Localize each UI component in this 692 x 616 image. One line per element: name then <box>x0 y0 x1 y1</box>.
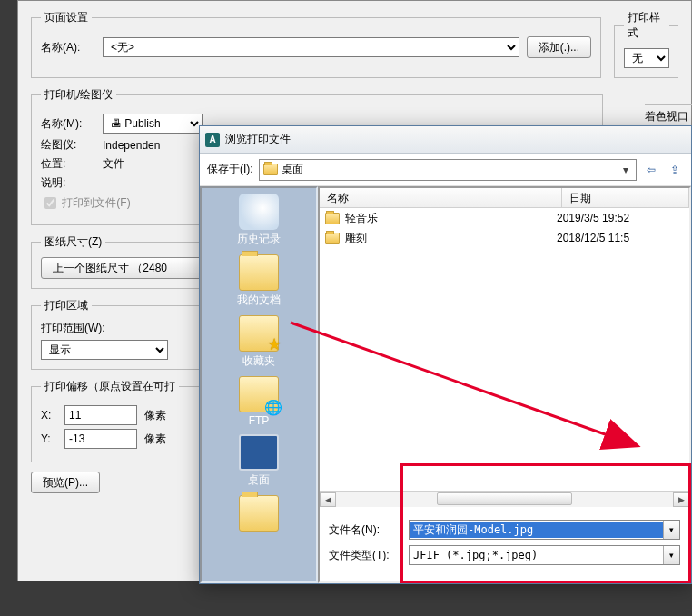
print-range-select[interactable]: 显示 <box>41 340 168 360</box>
savein-bar: 保存于(I): 桌面 ▾ ⇦ ⇪ <box>200 154 691 186</box>
desktop-icon <box>239 434 279 471</box>
ftp-icon <box>239 376 279 412</box>
bottom-fields: 文件名(N): 平安和润园-Model.jpg ▾ 文件类型(T): JFIF … <box>320 507 689 581</box>
savein-value: 桌面 <box>282 162 616 177</box>
filetype-combo[interactable]: JFIF (*.jpg;*.jpeg) ▾ <box>409 545 680 565</box>
chevron-down-icon[interactable]: ▾ <box>663 521 679 539</box>
horizontal-scrollbar[interactable]: ◀ ▶ <box>320 491 689 507</box>
printer-name-label: 名称(M): <box>41 116 95 132</box>
folder-icon <box>325 213 340 224</box>
printer-legend: 打印机/绘图仪 <box>41 87 116 103</box>
print-style-group: 打印样式 无 <box>614 10 678 78</box>
app-icon: A <box>205 133 220 147</box>
places-bar: 历史记录 我的文档 收藏夹 FTP 桌面 <box>200 186 318 583</box>
folder-icon <box>325 233 340 244</box>
plotter-label: 绘图仪: <box>41 137 95 153</box>
savein-combo[interactable]: 桌面 ▾ <box>259 159 637 181</box>
place-favorites[interactable]: 收藏夹 <box>202 315 316 369</box>
x-input[interactable] <box>64 405 137 425</box>
y-unit: 像素 <box>144 432 166 447</box>
place-ftp[interactable]: FTP <box>202 376 316 427</box>
place-extra[interactable] <box>202 495 316 533</box>
desc-label: 说明: <box>41 175 95 191</box>
dialog-title: 浏览打印文件 <box>225 132 291 147</box>
print-offset-legend: 打印偏移（原点设置在可打 <box>41 379 179 394</box>
filename-combo[interactable]: 平安和润园-Model.jpg ▾ <box>409 520 680 540</box>
y-label: Y: <box>41 432 57 445</box>
plotter-value: Independen <box>103 139 160 152</box>
print-style-legend: 打印样式 <box>624 10 669 41</box>
titlebar[interactable]: A 浏览打印文件 <box>200 126 691 154</box>
place-history[interactable]: 历史记录 <box>202 194 316 247</box>
y-input[interactable] <box>64 429 137 449</box>
savein-label: 保存于(I): <box>207 162 253 177</box>
print-style-select[interactable]: 无 <box>624 48 669 68</box>
location-value: 文件 <box>103 156 124 172</box>
file-header[interactable]: 名称 日期 <box>320 188 689 208</box>
paper-size-button[interactable]: 上一个图纸尺寸 （2480 <box>41 257 204 279</box>
filetype-label: 文件类型(T): <box>329 548 401 563</box>
print-offset-group: 打印偏移（原点设置在可打 X: 像素 Y: 像素 <box>31 379 203 462</box>
x-unit: 像素 <box>144 408 166 423</box>
filename-value[interactable]: 平安和润园-Model.jpg <box>410 522 663 538</box>
add-button[interactable]: 添加(.)... <box>527 36 591 58</box>
print-to-file-input[interactable] <box>44 197 56 209</box>
print-area-group: 打印区域 打印范围(W): 显示 <box>31 298 203 370</box>
print-area-legend: 打印区域 <box>41 298 92 313</box>
list-item[interactable]: 轻音乐 2019/3/5 19:52 <box>320 208 689 228</box>
folder-icon <box>263 164 278 175</box>
history-icon <box>239 194 279 230</box>
chevron-down-icon[interactable]: ▾ <box>663 546 679 564</box>
page-setup-group: 页面设置 名称(A): <无> 添加(.)... <box>31 10 601 78</box>
preview-button[interactable]: 预览(P)... <box>31 472 100 493</box>
col-name[interactable]: 名称 <box>320 188 562 207</box>
page-name-label: 名称(A): <box>41 40 95 55</box>
place-desktop[interactable]: 桌面 <box>202 434 316 488</box>
paper-legend: 图纸尺寸(Z) <box>41 234 105 250</box>
filetype-value: JFIF (*.jpg;*.jpeg) <box>410 549 663 561</box>
page-name-select[interactable]: <无> <box>103 37 519 57</box>
location-label: 位置: <box>41 156 95 172</box>
scroll-right-icon[interactable]: ▶ <box>673 492 689 507</box>
paper-size-group: 图纸尺寸(Z) 上一个图纸尺寸 （2480 <box>31 234 214 289</box>
chevron-down-icon: ▾ <box>619 164 632 176</box>
folder-icon <box>239 495 279 532</box>
filename-label: 文件名(N): <box>329 522 401 538</box>
print-range-label: 打印范围(W): <box>41 321 193 336</box>
page-setup-legend: 页面设置 <box>41 10 92 25</box>
file-list[interactable]: 轻音乐 2019/3/5 19:52 雕刻 2018/12/5 11:5 <box>320 208 689 491</box>
scroll-thumb[interactable] <box>437 492 571 505</box>
scroll-track[interactable] <box>336 492 673 507</box>
favorites-icon <box>239 315 279 352</box>
place-mydocs[interactable]: 我的文档 <box>202 254 316 308</box>
print-to-file-checkbox[interactable]: 打印到文件(F) <box>41 194 131 212</box>
scroll-left-icon[interactable]: ◀ <box>320 492 336 507</box>
x-label: X: <box>41 409 57 422</box>
list-item[interactable]: 雕刻 2018/12/5 11:5 <box>320 228 689 248</box>
col-date[interactable]: 日期 <box>562 188 689 207</box>
back-icon[interactable]: ⇦ <box>642 161 660 179</box>
printer-name-select[interactable]: 🖶 Publish <box>103 114 203 134</box>
file-pane: 名称 日期 轻音乐 2019/3/5 19:52 雕刻 2018/12/5 11… <box>318 186 691 583</box>
up-icon[interactable]: ⇪ <box>666 161 684 179</box>
browse-dialog: A 浏览打印文件 保存于(I): 桌面 ▾ ⇦ ⇪ 历史记录 我的文档 收藏夹 <box>199 125 692 584</box>
folder-icon <box>239 254 279 291</box>
